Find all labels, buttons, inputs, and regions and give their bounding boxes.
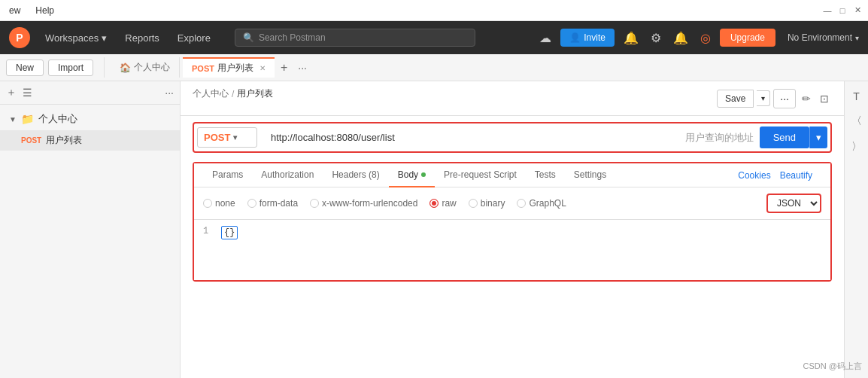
menu-bar: ew Help — □ ✕ — [0, 0, 868, 21]
upgrade-button[interactable]: Upgrade — [720, 29, 775, 47]
invite-label: Invite — [584, 32, 605, 43]
content-area: 个人中心 / 用户列表 Save ▾ ··· ✏ ⊡ POST ▾ — [181, 81, 844, 378]
sidebar-list-icon[interactable]: ☰ — [23, 87, 32, 99]
tab-authorization[interactable]: Authorization — [252, 163, 323, 187]
request-tabs: Params Authorization Headers (8) Body Pr… — [194, 163, 830, 187]
tab-pre-request[interactable]: Pre-request Script — [435, 163, 526, 187]
layout-icon[interactable]: ⊡ — [817, 90, 832, 108]
url-input[interactable] — [263, 127, 673, 148]
invite-button[interactable]: 👤 Invite — [560, 29, 615, 47]
tab-home[interactable]: 🏠 个人中心 — [111, 57, 180, 78]
request-section: POST ▾ 用户查询的地址 Send ▾ Params Authorizati… — [181, 116, 844, 288]
workspaces-btn[interactable]: Workspaces ▾ — [39, 29, 113, 47]
notification-icon[interactable]: 🔔 — [621, 28, 642, 48]
sync-icon[interactable]: ☁ — [536, 28, 554, 48]
cookies-link[interactable]: Cookies — [738, 164, 770, 187]
radio-none-circle — [203, 199, 212, 208]
code-editor[interactable]: 1 {} — [194, 220, 830, 280]
workspaces-arrow: ▾ — [102, 32, 107, 44]
radio-urlencoded-label: x-www-form-urlencoded — [322, 198, 417, 209]
save-more-button[interactable]: ··· — [773, 89, 796, 108]
radio-form-data[interactable]: form-data — [247, 198, 298, 209]
tab-settings[interactable]: Settings — [565, 163, 615, 187]
body-active-dot — [421, 172, 426, 177]
body-label: Body — [398, 169, 418, 180]
reports-link[interactable]: Reports — [119, 29, 165, 47]
json-type-select[interactable]: JSON — [766, 194, 821, 213]
tab-params[interactable]: Params — [203, 163, 252, 187]
radio-binary-label: binary — [481, 198, 505, 209]
close-btn[interactable]: ✕ — [853, 6, 862, 15]
radio-graphql[interactable]: GraphQL — [517, 198, 566, 209]
breadcrumb-parent: 个人中心 — [193, 87, 229, 100]
method-select[interactable]: POST ▾ — [197, 127, 257, 148]
tab-active[interactable]: POST 用户列表 ✕ — [183, 57, 275, 78]
radio-none[interactable]: none — [203, 198, 235, 209]
beautify-link[interactable]: Beautify — [771, 164, 821, 187]
postman-icon[interactable]: ◎ — [697, 28, 714, 48]
url-hint: 用户查询的地址 — [685, 131, 754, 145]
import-button[interactable]: Import — [48, 59, 93, 76]
sidebar-item-method: POST — [21, 136, 41, 145]
radio-graphql-circle — [517, 199, 526, 208]
tab-home-label: 个人中心 — [134, 61, 170, 74]
menu-help[interactable]: Help — [32, 4, 57, 17]
sidebar-collection: ▼ 📁 个人中心 POST 用户列表 — [0, 105, 180, 154]
search-icon: 🔍 — [243, 32, 254, 43]
invite-icon: 👤 — [569, 32, 581, 43]
no-env-selector[interactable]: No Environment ▾ — [788, 32, 859, 43]
sidebar-more-icon[interactable]: ··· — [165, 87, 174, 99]
edit-icon[interactable]: ✏ — [799, 90, 814, 108]
window-controls: — □ ✕ — [823, 6, 862, 15]
save-arrow-button[interactable]: ▾ — [757, 90, 770, 106]
settings-icon[interactable]: ⚙ — [648, 28, 664, 48]
line-number-1: 1 — [203, 226, 215, 236]
tab-add-button[interactable]: + — [275, 62, 293, 74]
sidebar-add-icon[interactable]: ＋ — [6, 86, 17, 99]
radio-binary[interactable]: binary — [469, 198, 505, 209]
code-line-1: 1 {} — [203, 226, 821, 239]
right-panel-icon-3[interactable]: 〉 — [848, 137, 865, 157]
tab-body[interactable]: Body — [389, 163, 435, 187]
send-dropdown-button[interactable]: ▾ — [809, 127, 827, 148]
radio-urlencoded[interactable]: x-www-form-urlencoded — [310, 198, 417, 209]
right-panel-icon-1[interactable]: T — [850, 87, 863, 105]
radio-binary-circle — [469, 199, 478, 208]
radio-urlencoded-circle — [310, 199, 319, 208]
maximize-btn[interactable]: □ — [838, 6, 847, 15]
radio-raw-label: raw — [442, 198, 456, 209]
code-content-1[interactable]: {} — [221, 226, 238, 239]
env-arrow-icon: ▾ — [855, 34, 859, 42]
tab-tests[interactable]: Tests — [526, 163, 565, 187]
menu-ew[interactable]: ew — [6, 4, 23, 17]
request-panel: Params Authorization Headers (8) Body Pr… — [193, 162, 832, 282]
tab-more-button[interactable]: ··· — [293, 62, 311, 74]
sidebar-toolbar: ＋ ☰ ··· — [0, 81, 180, 105]
url-bar: POST ▾ 用户查询的地址 Send ▾ — [193, 122, 832, 153]
new-button[interactable]: New — [6, 59, 44, 76]
send-button[interactable]: Send — [760, 127, 809, 148]
tab-close-icon[interactable]: ✕ — [259, 64, 266, 72]
right-panel-icon-2[interactable]: 〈 — [848, 111, 865, 131]
collection-folder-icon: 📁 — [21, 113, 34, 125]
list-item[interactable]: POST 用户列表 — [0, 130, 180, 151]
collection-header[interactable]: ▼ 📁 个人中心 — [0, 108, 180, 130]
breadcrumb-current: 用户列表 — [237, 87, 273, 100]
tab-headers[interactable]: Headers (8) — [323, 163, 388, 187]
radio-form-data-label: form-data — [259, 198, 298, 209]
workspaces-label: Workspaces — [45, 32, 99, 44]
search-bar[interactable]: 🔍 Search Postman — [235, 29, 475, 47]
send-wrapper: Send ▾ — [760, 127, 827, 148]
alert-icon[interactable]: 🔔 — [670, 28, 691, 48]
save-button[interactable]: Save — [717, 90, 754, 108]
save-area: Save ▾ ··· ✏ ⊡ — [717, 89, 832, 108]
explore-link[interactable]: Explore — [171, 29, 217, 47]
nav-actions: ☁ 👤 Invite 🔔 ⚙ 🔔 ◎ Upgrade — [536, 28, 775, 48]
radio-raw[interactable]: raw — [429, 198, 456, 209]
postman-logo: P — [9, 27, 30, 48]
search-placeholder: Search Postman — [259, 32, 326, 43]
radio-form-data-circle — [247, 199, 256, 208]
watermark: CSDN @码上言 — [803, 361, 862, 372]
sidebar-item-name: 用户列表 — [46, 134, 82, 147]
minimize-btn[interactable]: — — [823, 6, 832, 15]
